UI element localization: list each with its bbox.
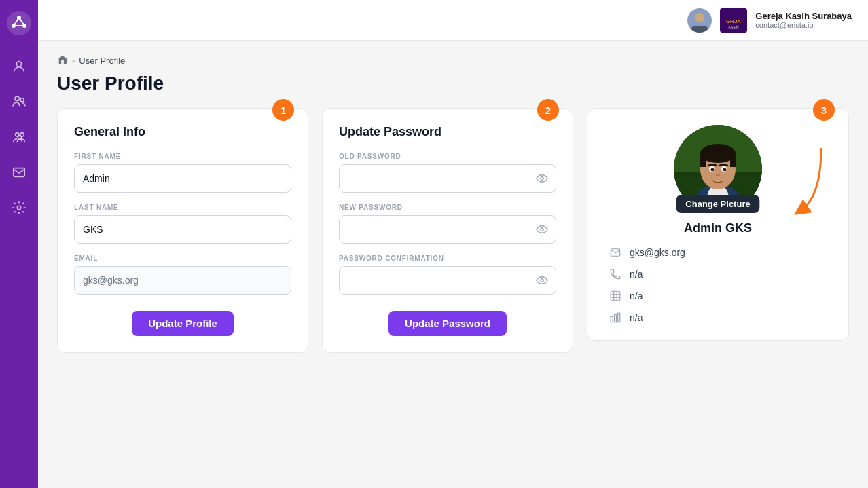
svg-point-35: [723, 168, 727, 172]
svg-rect-38: [611, 291, 620, 301]
svg-rect-37: [611, 249, 620, 257]
confirm-password-eye-icon[interactable]: [536, 274, 548, 286]
svg-point-0: [7, 11, 31, 35]
first-name-input-wrap: [74, 164, 291, 193]
update-password-title: Update Password: [339, 125, 556, 139]
sidebar-item-group[interactable]: [10, 92, 29, 111]
old-password-eye-icon[interactable]: [536, 172, 548, 185]
sidebar-item-messages[interactable]: [10, 163, 29, 182]
svg-rect-30: [700, 153, 706, 167]
header-org-logo: GRJA KASIH: [720, 8, 747, 33]
change-picture-button[interactable]: Change Picture: [676, 195, 759, 213]
profile-extra-item: n/a: [609, 312, 827, 324]
mail-icon: [609, 246, 621, 259]
old-password-field-group: OLD PASSWORD: [339, 153, 556, 193]
profile-info-list: gks@gks.org n/a n/a: [604, 246, 832, 324]
header-user-avatar: [687, 8, 712, 33]
update-password-card: 2 Update Password OLD PASSWORD NEW PASSW…: [322, 108, 573, 353]
new-password-field-group: NEW PASSWORD: [339, 204, 556, 244]
phone-icon: [609, 268, 621, 280]
svg-rect-41: [618, 313, 620, 322]
step-badge-3: 3: [813, 99, 835, 121]
confirm-password-field-group: PASSWORD CONFIRMATION: [339, 255, 556, 295]
update-password-button[interactable]: Update Password: [388, 311, 507, 336]
last-name-label: LAST NAME: [74, 204, 291, 211]
breadcrumb: › User Profile: [57, 54, 849, 67]
svg-point-16: [695, 13, 704, 22]
profile-email-value: gks@gks.org: [630, 247, 685, 258]
sidebar-item-community[interactable]: [10, 128, 29, 147]
svg-text:GRJA: GRJA: [726, 18, 741, 24]
svg-rect-39: [611, 317, 613, 322]
content-area: › User Profile User Profile 1 General In…: [38, 41, 868, 488]
update-password-btn-row: Update Password: [339, 305, 556, 336]
profile-card: 3: [587, 108, 849, 341]
svg-point-23: [541, 279, 544, 282]
svg-text:KASIH: KASIH: [729, 25, 739, 29]
last-name-input-wrap: [74, 215, 291, 244]
sidebar: [0, 0, 38, 488]
new-password-label: NEW PASSWORD: [339, 204, 556, 211]
general-info-card: 1 General Info FIRST NAME LAST NAME EMAI…: [57, 108, 308, 353]
svg-point-9: [20, 98, 24, 102]
svg-point-8: [15, 96, 19, 100]
breadcrumb-home-icon[interactable]: [57, 54, 68, 67]
profile-avatar-wrap: Change Picture: [604, 125, 832, 213]
email-input-wrap: [74, 266, 291, 295]
new-password-input-wrap: [339, 215, 556, 244]
sidebar-item-settings[interactable]: [10, 198, 29, 217]
sidebar-item-person[interactable]: [10, 57, 29, 76]
first-name-label: FIRST NAME: [74, 153, 291, 160]
svg-point-7: [16, 62, 21, 67]
breadcrumb-current: User Profile: [79, 56, 125, 66]
header: GRJA KASIH Gereja Kasih Surabaya contact…: [38, 0, 868, 41]
last-name-field-group: LAST NAME: [74, 204, 291, 244]
update-profile-button[interactable]: Update Profile: [132, 311, 234, 336]
header-org-info: Gereja Kasih Surabaya contact@erista.io: [755, 11, 852, 29]
building-icon: [609, 290, 621, 302]
email-label: EMAIL: [74, 255, 291, 262]
profile-phone-value: n/a: [630, 269, 643, 280]
profile-phone-item: n/a: [609, 268, 827, 280]
svg-rect-31: [730, 153, 736, 167]
breadcrumb-separator: ›: [72, 56, 75, 66]
svg-point-14: [17, 206, 21, 210]
confirm-password-label: PASSWORD CONFIRMATION: [339, 255, 556, 262]
general-info-title: General Info: [74, 125, 291, 139]
svg-rect-40: [615, 315, 617, 322]
cards-row: 1 General Info FIRST NAME LAST NAME EMAI…: [57, 108, 849, 353]
profile-email-item: gks@gks.org: [609, 246, 827, 259]
org-email: contact@erista.io: [755, 21, 852, 29]
confirm-password-input[interactable]: [339, 266, 556, 295]
email-input[interactable]: [74, 266, 291, 295]
first-name-input[interactable]: [74, 164, 291, 193]
svg-rect-17: [691, 26, 708, 33]
step-badge-2: 2: [537, 99, 559, 121]
header-user-info: GRJA KASIH Gereja Kasih Surabaya contact…: [687, 8, 852, 33]
confirm-password-input-wrap: [339, 266, 556, 295]
svg-point-36: [716, 174, 720, 176]
step-badge-1: 1: [272, 99, 294, 121]
last-name-input[interactable]: [74, 215, 291, 244]
old-password-input-wrap: [339, 164, 556, 193]
svg-point-34: [711, 168, 715, 172]
new-password-eye-icon[interactable]: [536, 223, 548, 236]
page-title: User Profile: [57, 73, 849, 94]
update-profile-btn-row: Update Profile: [74, 305, 291, 336]
svg-point-22: [541, 228, 544, 231]
svg-point-21: [541, 177, 544, 181]
new-password-input[interactable]: [339, 215, 556, 244]
email-field-group: EMAIL: [74, 255, 291, 295]
main-content: GRJA KASIH Gereja Kasih Surabaya contact…: [38, 0, 868, 488]
app-logo[interactable]: [7, 11, 31, 35]
first-name-field-group: FIRST NAME: [74, 153, 291, 193]
old-password-input[interactable]: [339, 164, 556, 193]
profile-role-value: n/a: [630, 290, 643, 301]
chart-icon: [609, 312, 621, 324]
profile-extra-value: n/a: [630, 312, 643, 323]
profile-user-name: Admin GKS: [604, 221, 832, 236]
profile-role-item: n/a: [609, 290, 827, 302]
old-password-label: OLD PASSWORD: [339, 153, 556, 160]
org-name: Gereja Kasih Surabaya: [755, 11, 852, 21]
